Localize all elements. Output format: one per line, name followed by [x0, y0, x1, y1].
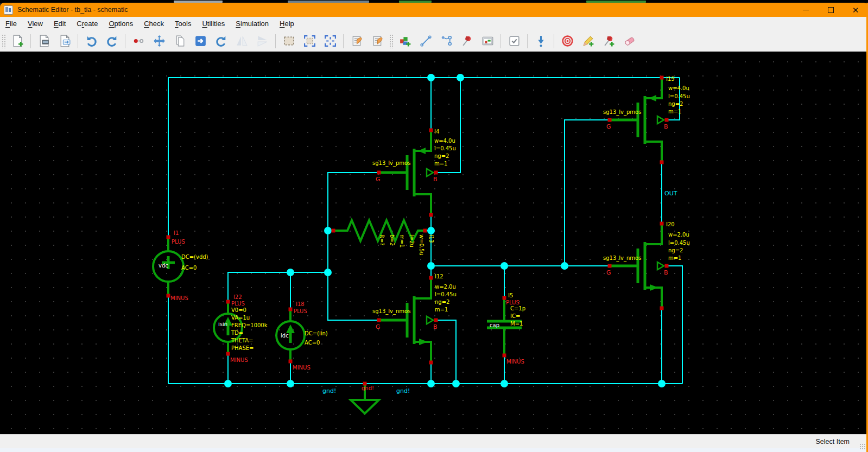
resize-grip[interactable]: [859, 443, 866, 450]
symbol-name: isin: [218, 321, 227, 327]
param: l=0.45u: [668, 93, 690, 99]
param: C=1p: [510, 305, 525, 311]
place-pin-button[interactable]: [458, 33, 476, 49]
pin-label-b: B: [664, 123, 668, 130]
param: ng=2: [668, 247, 683, 253]
menu-file[interactable]: File: [1, 18, 22, 29]
pin-label-b: B: [433, 176, 438, 183]
undo-icon: [85, 34, 98, 48]
rotate-objects-button[interactable]: [212, 33, 230, 49]
menubar: FileViewEditCreateOptionsCheckToolsUtili…: [0, 17, 868, 31]
edit-attributes-icon: [350, 34, 364, 48]
instance-name: I12: [435, 273, 443, 279]
window-bottom-edge: [0, 448, 868, 452]
maximize-button[interactable]: [818, 3, 843, 17]
symbol-name: cap: [490, 322, 499, 328]
draw-net-button[interactable]: [438, 33, 455, 49]
param: V0=0: [231, 307, 246, 313]
param: l=0.45u: [668, 240, 690, 246]
pin-label-b: B: [433, 323, 438, 330]
menu-tools[interactable]: Tools: [170, 18, 196, 29]
instance-name: I20: [666, 221, 675, 227]
instance-name: I19: [666, 76, 675, 82]
export-netlist-button[interactable]: [56, 33, 73, 49]
add-text-button[interactable]: [579, 33, 597, 49]
param: w=4.0u: [434, 138, 455, 144]
pin-label-b: B: [664, 269, 668, 276]
instance-name: I13: [428, 234, 434, 243]
param: w=2.0u: [668, 232, 689, 238]
net-label-out: OUT: [664, 190, 677, 197]
param: AC=0: [305, 340, 320, 346]
toolbar-grip[interactable]: [2, 34, 5, 48]
pin-label-minus: MINUS: [506, 359, 524, 365]
zoom-selection-button[interactable]: [321, 33, 339, 49]
redo-button[interactable]: [103, 33, 121, 49]
new-schematic-button[interactable]: [9, 33, 26, 49]
toolbar-separator: [527, 34, 528, 48]
param: R=?: [379, 234, 385, 246]
probe-net-icon: [534, 34, 548, 48]
close-button[interactable]: ✕: [843, 3, 868, 17]
insert-image-button[interactable]: [479, 33, 496, 49]
place-pin-icon: [460, 34, 474, 48]
minimize-button[interactable]: [793, 3, 818, 17]
erase-button[interactable]: [620, 33, 638, 49]
toolbar-separator: [275, 34, 276, 48]
flip-vertical-button: [254, 33, 271, 49]
menu-view[interactable]: View: [23, 18, 48, 29]
menu-utilities[interactable]: Utilities: [197, 18, 230, 29]
save-schematic-button[interactable]: [35, 33, 53, 49]
descend-schematic-button[interactable]: [192, 33, 209, 49]
insert-symbol-button[interactable]: [396, 33, 414, 49]
instance-name: I4: [434, 129, 439, 135]
menu-create[interactable]: Create: [72, 18, 103, 29]
breakpoint-button[interactable]: [559, 33, 576, 49]
draw-wire-icon: [419, 34, 433, 48]
draw-wire-button[interactable]: [417, 33, 434, 49]
toggle-option-button[interactable]: [505, 33, 523, 49]
toolbar: [0, 30, 868, 52]
move-objects-button[interactable]: [150, 33, 168, 49]
param: ng=2: [435, 299, 449, 305]
net-label-gnd-right: gnd!: [396, 387, 410, 394]
toolbar-separator: [125, 34, 125, 48]
menu-check[interactable]: Check: [139, 18, 169, 29]
select-area-button[interactable]: [280, 33, 297, 49]
flip-horizontal-icon: [235, 34, 249, 48]
instance-i22-isin[interactable]: isin I22 PLUS V0=0 VA=1u FREQ=1000k TD= …: [214, 294, 268, 363]
flip-horizontal-button: [233, 33, 250, 49]
param: b=2: [389, 234, 395, 246]
move-objects-icon: [153, 34, 166, 48]
add-pin-button[interactable]: [600, 33, 617, 49]
menu-options[interactable]: Options: [104, 18, 138, 29]
param: FREQ=1000k: [231, 322, 268, 328]
menu-help[interactable]: Help: [275, 18, 299, 29]
close-icon: ✕: [852, 6, 859, 14]
gnd-symbol[interactable]: gnd!: [351, 382, 379, 414]
instance-i18-idc[interactable]: idc I18 PLUS DC=(iin) AC=0 MINUS: [276, 301, 328, 371]
instance-name: I18: [296, 301, 305, 307]
titlebar: Schematic Editor - tb_tia - schematic ✕: [0, 3, 868, 17]
redo-icon: [105, 34, 119, 48]
instance-i1-vdc[interactable]: I1 PLUS vdc DC=(vdd) AC=0 MINUS: [153, 230, 208, 301]
undo-button[interactable]: [83, 33, 100, 49]
pin-label-g: G: [376, 176, 381, 183]
zoom-extents-button[interactable]: [301, 33, 318, 49]
copy-objects-button[interactable]: [171, 33, 188, 49]
toolbar-grip[interactable]: [389, 34, 393, 48]
schematic-canvas[interactable]: I1 PLUS vdc DC=(vdd) AC=0 MINUS isin I22…: [0, 52, 868, 434]
instance-i5-cap[interactable]: I5 PLUS C=1p IC= M=1 cap MINUS: [487, 292, 525, 365]
break-wire-button[interactable]: [130, 33, 147, 49]
toggle-option-icon: [508, 34, 521, 48]
param: AC=0: [181, 265, 197, 271]
instance-i13-res[interactable]: R=? b=2 m=1 l=2u w=0.5u I13: [332, 220, 435, 256]
symbol-name: sg13_lv_nmos: [372, 308, 410, 315]
edit-attributes-button[interactable]: [348, 33, 365, 49]
probe-net-button[interactable]: [532, 33, 549, 49]
menu-edit[interactable]: Edit: [49, 18, 71, 29]
toolbar-separator: [78, 34, 78, 48]
menu-simulation[interactable]: Simulation: [231, 18, 274, 29]
instance-i12-nmos[interactable]: sg13_lv_nmos I12 w=2.0u l=0.45u ng=2 m=1…: [372, 273, 457, 365]
edit-netlist-button[interactable]: [369, 33, 386, 49]
